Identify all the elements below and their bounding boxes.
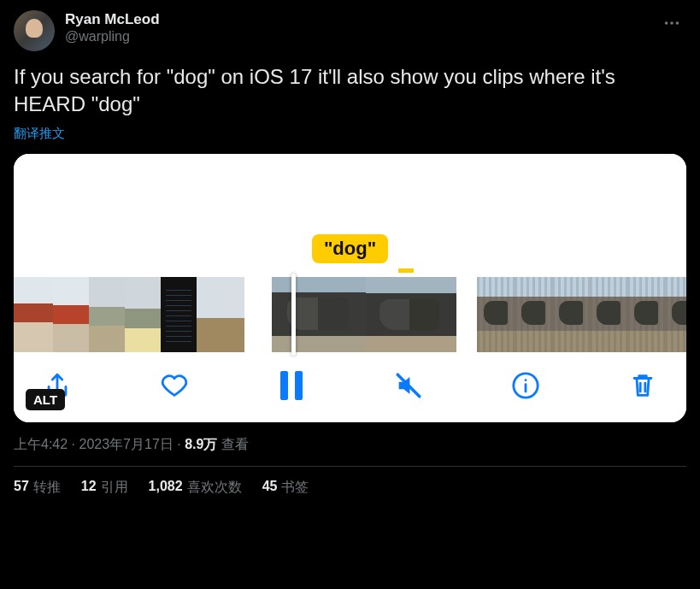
clip-group-2[interactable] [272, 277, 456, 352]
clip-frame[interactable] [477, 277, 515, 352]
clip-group-1[interactable] [14, 277, 244, 352]
mute-icon [394, 371, 423, 400]
retweets-count: 57 [14, 479, 29, 497]
pause-button[interactable] [274, 368, 309, 403]
clip-frame[interactable] [366, 277, 456, 352]
tweet-stats: 57 转推 12 引用 1,082 喜欢次数 45 书签 [14, 479, 686, 497]
clip-frame[interactable] [161, 277, 197, 352]
media-card[interactable]: "dog" [14, 154, 686, 422]
clip-group-3[interactable] [477, 277, 686, 352]
highlight-row: "dog" [14, 234, 686, 268]
tweet-date[interactable]: 2023年7月17日 [79, 437, 173, 451]
quotes-stat[interactable]: 12 引用 [81, 479, 128, 497]
svg-point-6 [525, 379, 527, 381]
video-timeline[interactable] [14, 277, 686, 352]
delete-button[interactable] [625, 368, 661, 403]
svg-point-2 [676, 21, 679, 25]
tweet-text: If you search for "dog" on iOS 17 it'll … [14, 63, 686, 119]
retweets-label: 转推 [33, 479, 61, 497]
tweet-header: Ryan McLeod @warpling [14, 10, 686, 51]
likes-label: 喜欢次数 [187, 479, 242, 497]
info-icon [511, 371, 540, 400]
like-button[interactable] [156, 368, 192, 403]
clip-frame[interactable] [515, 277, 552, 352]
avatar[interactable] [14, 10, 55, 51]
views-label: 查看 [217, 437, 248, 451]
translate-link[interactable]: 翻译推文 [14, 126, 65, 142]
pause-icon [280, 371, 303, 400]
quotes-label: 引用 [101, 479, 128, 497]
author-name-block[interactable]: Ryan McLeod @warpling [65, 10, 160, 45]
clip-frame[interactable] [125, 277, 161, 352]
author-display-name: Ryan McLeod [65, 10, 160, 28]
retweets-stat[interactable]: 57 转推 [14, 479, 61, 497]
divider [14, 466, 686, 467]
info-button[interactable] [508, 368, 544, 403]
highlight-word-tag: "dog" [312, 234, 388, 263]
likes-stat[interactable]: 1,082 喜欢次数 [149, 479, 242, 497]
tweet-time[interactable]: 上午4:42 [14, 437, 68, 451]
media-top-space [14, 154, 686, 234]
clip-frame[interactable] [552, 277, 590, 352]
playhead[interactable] [291, 274, 296, 356]
bookmarks-stat[interactable]: 45 书签 [262, 479, 309, 497]
trash-icon [628, 371, 657, 400]
clip-frame[interactable] [14, 277, 53, 352]
alt-badge[interactable]: ALT [26, 389, 65, 410]
clip-frame[interactable] [590, 277, 627, 352]
author-handle: @warpling [65, 28, 160, 45]
clip-frame[interactable] [53, 277, 89, 352]
media-toolbar [14, 352, 686, 422]
mute-button[interactable] [391, 368, 426, 403]
more-menu-button[interactable] [657, 10, 686, 36]
heart-icon [160, 371, 189, 400]
quotes-count: 12 [81, 479, 97, 497]
bookmarks-count: 45 [262, 479, 278, 497]
views-count: 8.9万 [185, 437, 217, 451]
svg-point-1 [670, 21, 674, 25]
tweet-meta: 上午4:42 · 2023年7月17日 · 8.9万 查看 [14, 436, 686, 454]
svg-point-0 [665, 21, 668, 25]
playhead-marker [14, 268, 686, 275]
clip-frame[interactable] [665, 277, 686, 352]
clip-frame[interactable] [89, 277, 125, 352]
ellipsis-icon [662, 14, 681, 32]
likes-count: 1,082 [149, 479, 183, 497]
clip-frame[interactable] [197, 277, 244, 352]
clip-frame[interactable] [627, 277, 665, 352]
clip-frame[interactable] [272, 277, 366, 352]
bookmarks-label: 书签 [281, 479, 309, 497]
